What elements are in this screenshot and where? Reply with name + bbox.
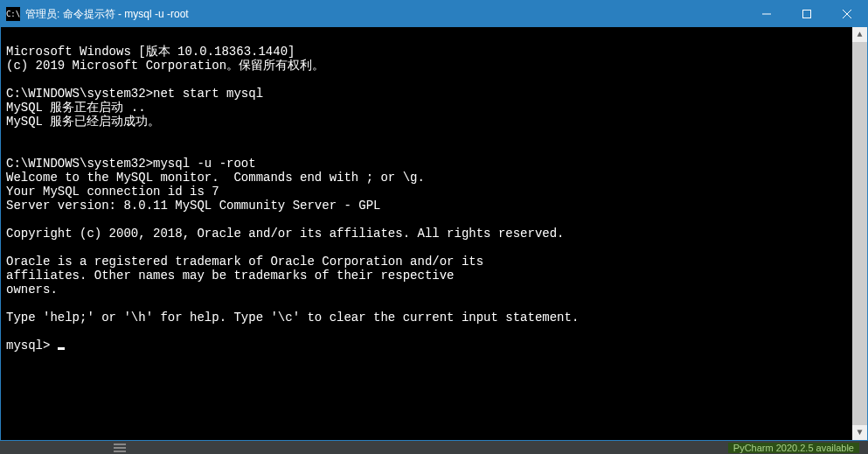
- scrollbar-up-button[interactable]: ▲: [852, 27, 867, 42]
- maximize-button[interactable]: [787, 1, 827, 27]
- taskbar-icon[interactable]: [114, 444, 126, 452]
- terminal-line: affiliates. Other names may be trademark…: [6, 269, 454, 283]
- svg-rect-4: [114, 444, 126, 445]
- close-button[interactable]: [827, 1, 867, 27]
- terminal-line: MySQL 服务已经启动成功。: [6, 115, 160, 129]
- taskbar: PyCharm 2020.2.5 available: [0, 441, 868, 454]
- app-icon: C:\: [6, 7, 20, 21]
- terminal-line: Welcome to the MySQL monitor. Commands e…: [6, 171, 425, 185]
- terminal-line: MySQL 服务正在启动 ..: [6, 101, 146, 115]
- scrollbar-down-button[interactable]: ▼: [852, 425, 867, 440]
- taskbar-left: [114, 441, 126, 454]
- terminal-line: Copyright (c) 2000, 2018, Oracle and/or …: [6, 227, 565, 241]
- terminal-line: Server version: 8.0.11 MySQL Community S…: [6, 199, 380, 213]
- svg-rect-1: [803, 10, 811, 18]
- scrollbar[interactable]: ▲ ▼: [852, 27, 867, 440]
- terminal-line: C:\WINDOWS\system32>net start mysql: [6, 87, 263, 101]
- scrollbar-track[interactable]: [852, 42, 867, 425]
- mysql-prompt: mysql>: [6, 339, 58, 353]
- window-controls: [746, 1, 867, 27]
- minimize-button[interactable]: [746, 1, 787, 27]
- scrollbar-thumb[interactable]: [852, 42, 867, 425]
- svg-rect-5: [114, 447, 126, 449]
- terminal-output[interactable]: Microsoft Windows [版本 10.0.18363.1440] (…: [1, 27, 867, 440]
- terminal-line: Microsoft Windows [版本 10.0.18363.1440]: [6, 45, 295, 59]
- terminal-line: Type 'help;' or '\h' for help. Type '\c'…: [6, 311, 579, 325]
- terminal-window: C:\ 管理员: 命令提示符 - mysql -u -root Microsof…: [0, 0, 868, 441]
- window-title: 管理员: 命令提示符 - mysql -u -root: [25, 7, 746, 22]
- terminal-line: Oracle is a registered trademark of Orac…: [6, 255, 483, 269]
- terminal-line: Your MySQL connection id is 7: [6, 185, 219, 199]
- svg-rect-6: [114, 451, 126, 452]
- terminal-line: C:\WINDOWS\system32>mysql -u -root: [6, 157, 256, 171]
- cursor: [58, 347, 65, 350]
- update-notification[interactable]: PyCharm 2020.2.5 available: [728, 443, 859, 453]
- terminal-line: (c) 2019 Microsoft Corporation。保留所有权利。: [6, 59, 324, 73]
- terminal-line: owners.: [6, 283, 58, 297]
- titlebar[interactable]: C:\ 管理员: 命令提示符 - mysql -u -root: [1, 1, 867, 27]
